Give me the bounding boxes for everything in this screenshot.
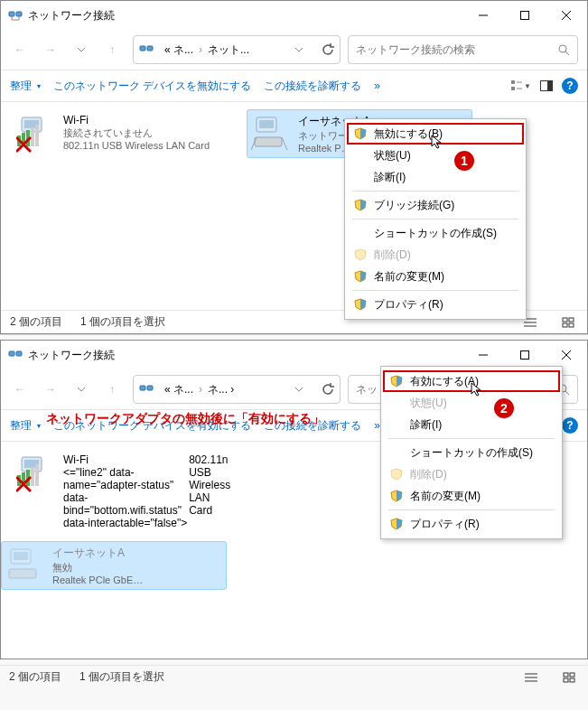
titlebar[interactable]: ネットワーク接続 — [1, 1, 587, 30]
organize-menu[interactable]: 整理 — [10, 79, 41, 94]
forward-button[interactable]: → — [37, 376, 64, 403]
help-button[interactable]: ? — [562, 417, 578, 434]
shield-icon — [354, 127, 367, 140]
help-button[interactable]: ? — [562, 78, 578, 94]
nav-toolbar: ← → ↑ « ネ... › ネット... — [1, 30, 587, 70]
minimize-button[interactable] — [462, 1, 504, 30]
network-icon — [139, 382, 154, 397]
adapter-name: イーサネットA — [52, 546, 143, 561]
disable-device-command[interactable]: このネットワーク デバイスを無効にする — [53, 79, 251, 94]
svg-rect-59 — [31, 467, 34, 486]
breadcrumb-segment[interactable]: ネ... › — [208, 382, 234, 397]
ctx-create-shortcut[interactable]: ショートカットの作成(S) — [383, 442, 560, 463]
svg-rect-38 — [9, 351, 14, 356]
svg-rect-39 — [16, 351, 22, 356]
network-icon — [8, 348, 23, 362]
view-options-button[interactable]: ▼ — [511, 76, 531, 96]
address-bar[interactable]: « ネ... › ネ... › — [133, 375, 341, 404]
svg-rect-41 — [521, 351, 529, 360]
window-network-connections-1: ネットワーク接続 ← → ↑ « ネ... › ネット... — [0, 0, 588, 334]
breadcrumb-segment[interactable]: « ネ... — [164, 382, 193, 397]
ctx-separator — [352, 191, 518, 192]
addr-dropdown-icon[interactable] — [294, 47, 303, 52]
addr-dropdown-icon[interactable] — [294, 387, 303, 392]
shield-icon — [390, 468, 403, 481]
ctx-create-shortcut[interactable]: ショートカットの作成(S) — [347, 222, 524, 244]
address-bar[interactable]: « ネ... › ネット... — [133, 35, 341, 64]
diagnose-connection-command[interactable]: この接続を診断する — [264, 79, 361, 94]
large-icons-view-button[interactable] — [558, 313, 578, 332]
status-item-count: 2 個の項目 — [10, 314, 62, 330]
svg-rect-0 — [9, 12, 14, 16]
search-box[interactable] — [348, 35, 578, 64]
adapter-name: Wi-Fi — [63, 453, 189, 466]
svg-rect-9 — [140, 46, 145, 51]
ctx-separator — [388, 509, 555, 510]
svg-point-11 — [559, 45, 566, 52]
search-input[interactable] — [356, 43, 557, 56]
adapter-name: Wi-Fi — [63, 114, 210, 126]
refresh-button[interactable] — [322, 383, 334, 396]
svg-rect-25 — [35, 125, 39, 146]
organize-menu[interactable]: 整理 — [10, 418, 41, 434]
adapter-status: 無効 — [52, 561, 143, 575]
shield-icon — [390, 375, 403, 388]
cursor-icon — [431, 135, 445, 149]
window-title: ネットワーク接続 — [28, 8, 462, 23]
up-button[interactable]: ↑ — [98, 36, 126, 63]
svg-rect-64 — [14, 552, 28, 560]
status-bar: 2 個の項目 1 個の項目を選択 — [0, 665, 588, 688]
back-button[interactable]: ← — [6, 376, 33, 403]
svg-rect-65 — [9, 569, 36, 578]
forward-button[interactable]: → — [37, 36, 64, 63]
refresh-button[interactable] — [322, 43, 334, 56]
instruction-annotation: ネットワークアダプタの無効後に「有効にする」 — [46, 411, 324, 427]
recent-dropdown[interactable] — [68, 376, 95, 403]
svg-rect-13 — [511, 80, 515, 84]
command-overflow[interactable]: » — [374, 79, 381, 92]
ctx-diagnose[interactable]: 診断(I) — [383, 414, 560, 435]
close-button[interactable] — [546, 1, 587, 30]
svg-rect-35 — [569, 318, 574, 322]
svg-line-12 — [565, 51, 569, 55]
svg-rect-24 — [31, 127, 34, 146]
window-title: ネットワーク接続 — [28, 348, 462, 363]
breadcrumb-segment[interactable]: « ネ... — [164, 42, 193, 58]
breadcrumb-separator: › — [199, 43, 202, 56]
window-controls — [462, 1, 587, 30]
back-button[interactable]: ← — [6, 36, 33, 63]
details-view-button[interactable] — [521, 668, 541, 687]
search-icon[interactable] — [557, 43, 570, 56]
step-badge-2: 2 — [492, 397, 516, 420]
svg-rect-37 — [569, 323, 574, 327]
svg-rect-45 — [147, 386, 153, 390]
cursor-icon — [471, 382, 485, 397]
up-button[interactable]: ↑ — [98, 376, 126, 403]
ctx-bridge[interactable]: ブリッジ接続(G) — [347, 194, 524, 216]
svg-rect-72 — [570, 678, 574, 682]
ctx-properties[interactable]: プロパティ(R) — [383, 513, 560, 535]
svg-rect-14 — [511, 87, 515, 90]
recent-dropdown[interactable] — [68, 36, 95, 63]
adapter-device: 802.11n USB Wireless LAN Card — [63, 140, 210, 151]
maximize-button[interactable] — [504, 1, 546, 30]
shield-icon — [354, 270, 367, 283]
network-item-wifi[interactable]: Wi-Fi <="line2" data-name="adapter-statu… — [12, 449, 238, 534]
svg-rect-44 — [140, 386, 145, 390]
preview-pane-button[interactable] — [537, 76, 556, 96]
svg-rect-30 — [255, 137, 282, 146]
step-badge-1: 1 — [453, 149, 476, 173]
shield-icon — [354, 248, 367, 261]
ctx-rename[interactable]: 名前の変更(M) — [347, 266, 524, 287]
wifi-adapter-icon — [16, 114, 56, 154]
network-item-ethernet[interactable]: イーサネットA 無効 Realtek PCle GbE… — [1, 541, 227, 590]
ctx-properties[interactable]: プロパティ(R) — [347, 294, 524, 315]
network-icon — [8, 8, 23, 23]
ctx-delete: 削除(D) — [383, 463, 560, 485]
status-item-count: 2 個の項目 — [9, 669, 61, 685]
large-icons-view-button[interactable] — [559, 668, 579, 687]
ctx-diagnose[interactable]: 診断(I) — [347, 166, 524, 188]
breadcrumb-segment[interactable]: ネット... — [208, 42, 249, 58]
ctx-rename[interactable]: 名前の変更(M) — [383, 485, 560, 507]
network-item-wifi[interactable]: Wi-Fi 接続されていません 802.11n USB Wireless LAN… — [12, 109, 238, 158]
